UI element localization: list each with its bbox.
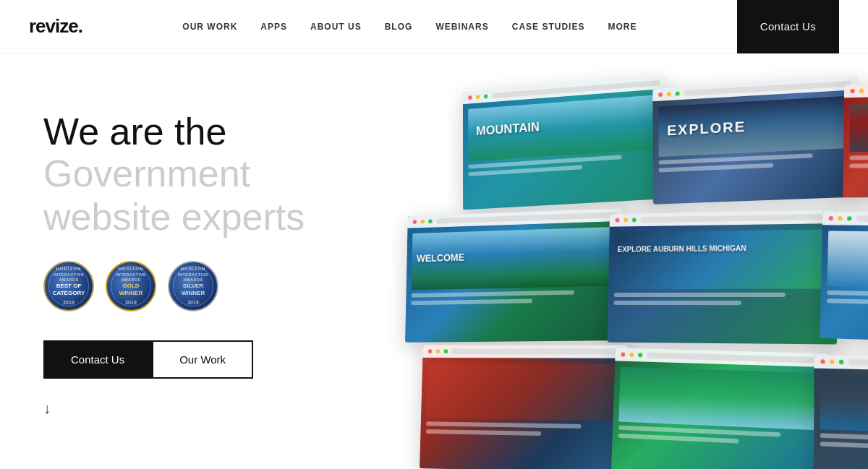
header: revize. OUR WORK APPS ABOUT US BLOG WEBI… [0,0,868,53]
sc5-overlay-text: Explore Auburn Hills Michigan [618,244,746,254]
screenshot-2: EXPLORE [652,77,860,205]
screenshot-4: WELCOME [405,208,623,343]
hero-visual: Mountain EXPLORE [391,97,825,469]
hero-title-line2: Government [43,152,376,196]
nav-webinars[interactable]: WEBINARS [435,22,488,32]
screenshot-9 [814,355,868,469]
hero-text: We are the Government website experts HO… [43,97,376,417]
hero-our-work-button[interactable]: Our Work [152,340,253,379]
scroll-down-icon[interactable]: ↓ [43,400,376,417]
screenshot-7 [420,345,628,469]
nav-blog[interactable]: BLOG [385,22,413,32]
screenshot-5: Explore Auburn Hills Michigan [608,210,837,345]
nav-more[interactable]: MORE [608,22,637,32]
hero-title-line1: We are the [43,111,376,152]
award-badge-gold: HORIZON INTERACTIVE AWARDS GOLDWINNER 20… [106,261,156,311]
award-badge-silver: HORIZON INTERACTIVE AWARDS SILVERWINNER … [168,261,218,311]
hero-buttons: Contact Us Our Work [43,340,376,379]
nav-case-studies[interactable]: CASE STUDIES [512,22,585,32]
screenshot-8 [611,348,830,469]
main-nav: OUR WORK APPS ABOUT US BLOG WEBINARS CAS… [182,22,637,32]
nav-our-work[interactable]: OUR WORK [182,22,237,32]
screenshots-container: Mountain EXPLORE [384,69,868,469]
hero-section: We are the Government website experts HO… [0,53,868,469]
hero-title-line3: website experts [43,196,376,239]
header-contact-button[interactable]: Contact Us [737,0,839,53]
screenshot-3 [843,80,868,197]
logo: revize. [29,15,82,38]
screenshot-6 [820,212,868,345]
hero-contact-button[interactable]: Contact Us [43,340,152,379]
screenshot-1: Mountain [463,76,668,210]
nav-about-us[interactable]: ABOUT US [310,22,362,32]
awards-section: HORIZON INTERACTIVE AWARDS BEST OFCATEGO… [43,261,376,311]
award-badge-best: HORIZON INTERACTIVE AWARDS BEST OFCATEGO… [43,261,94,311]
nav-apps[interactable]: APPS [260,22,287,32]
sc4-overlay-text: WELCOME [417,251,464,264]
